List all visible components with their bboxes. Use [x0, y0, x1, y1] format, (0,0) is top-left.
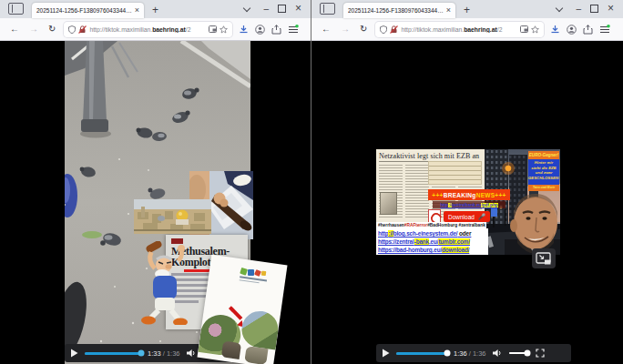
url-bar[interactable]: http://tiktok.maximilian.baehring.at/2: [375, 22, 544, 37]
euro-box-footer: Taten statt Worte: [528, 185, 559, 191]
tab-close-icon[interactable]: ×: [446, 6, 451, 15]
volume-icon[interactable]: [186, 349, 197, 358]
list-tabs-chevron-icon[interactable]: [556, 5, 563, 12]
downloads-icon[interactable]: [239, 25, 249, 35]
minimize-button[interactable]: –: [576, 5, 581, 14]
progress-bar[interactable]: [396, 352, 447, 355]
newspaper-photo: [380, 192, 397, 215]
volume-slider[interactable]: [509, 352, 529, 355]
url-bar[interactable]: http://tiktok.maximilian.baehring.at/2: [64, 22, 232, 37]
cartoon-old-man-overlay: [138, 241, 189, 325]
euro-box-header: EURO-Gegner!: [528, 151, 559, 159]
euro-box-body: Hinter mir steht die EZB und zwar GESCHL…: [528, 159, 559, 185]
volume-icon[interactable]: [492, 349, 503, 358]
share-icon[interactable]: [583, 25, 593, 35]
app-menu-icon[interactable]: [599, 25, 610, 35]
share-icon[interactable]: [271, 25, 281, 35]
progress-knob[interactable]: [138, 350, 145, 357]
reload-button[interactable]: ↻: [360, 25, 367, 34]
download-button-graphic: Download🎤: [444, 211, 490, 222]
tracking-shield-icon[interactable]: [380, 25, 387, 34]
page-actions-icon[interactable]: [209, 25, 217, 33]
new-tab-button[interactable]: +: [464, 5, 470, 15]
brochure-photo-building2: [244, 346, 268, 364]
volume-knob[interactable]: [524, 350, 530, 357]
newspaper-headline: Netzaktivist legt sich mit EZB an: [376, 149, 485, 161]
tab-title: 20251124-1256-F13809760433445835: [36, 7, 132, 14]
jerusalem-postcard-overlay: [134, 199, 211, 234]
progress-bar[interactable]: [85, 352, 141, 355]
page-content-right: Netzaktivist legt sich mit EZB an EURO-G…: [312, 41, 623, 364]
pdf-url-line: http://zentralbank.eu/pdf.php: [433, 201, 506, 208]
firefox-view-icon[interactable]: [320, 3, 335, 15]
url-text: http://tiktok.maximilian.baehring.at/2: [89, 26, 206, 33]
progress-knob[interactable]: [444, 350, 451, 357]
browser-tab[interactable]: 20251124-1256-F13809760433445835 ×: [32, 3, 144, 18]
browser-tab[interactable]: 20251124-1256-F13809760433445835 ×: [343, 3, 455, 18]
reload-button[interactable]: ↻: [48, 25, 56, 34]
fullscreen-icon[interactable]: [536, 349, 545, 358]
insecure-lock-icon[interactable]: [78, 25, 87, 34]
picture-in-picture-button[interactable]: [532, 248, 556, 268]
title-bar: 20251124-1256-F13809760433445835 × + – ×: [312, 0, 623, 18]
breaking-news-banner: +++ BREAKINg NEWS +++: [428, 189, 510, 200]
video-player-news[interactable]: Netzaktivist legt sich mit EZB an EURO-G…: [376, 149, 560, 255]
video-controls-right[interactable]: 1:36 / 1:36: [376, 344, 571, 362]
video-link-1: http://blog.sch-einesystem.de/ oder: [378, 229, 486, 238]
maximize-button[interactable]: [590, 5, 598, 13]
bookmark-star-icon[interactable]: [220, 25, 228, 34]
forward-button[interactable]: →: [29, 25, 38, 34]
play-button[interactable]: [70, 349, 78, 358]
navigation-toolbar: ← → ↻ http://tiktok.maximilian.baehring.…: [312, 18, 623, 41]
brochure-photo-aerial: [240, 308, 281, 349]
minimize-button[interactable]: –: [263, 5, 269, 14]
new-tab-button[interactable]: +: [152, 5, 158, 15]
brochure-logo: [240, 268, 281, 286]
navigation-toolbar: ← → ↻ http://tiktok.maximilian.baehring.…: [0, 18, 311, 41]
brochure-photo-building1: [221, 340, 241, 359]
selfie-man-face: [505, 192, 560, 255]
microphone-icon: 🎤: [478, 213, 485, 220]
video-link-2: https://zentral-bank.eu/tumblr.com/: [378, 238, 486, 246]
video-link-box: http://blog.sch-einesystem.de/ oder http…: [376, 228, 488, 255]
page-content-left: Methusalem- Komplott: [0, 41, 311, 364]
brochure-overlay: [197, 255, 287, 364]
pip-icon: [536, 252, 552, 266]
browser-window-right: 20251124-1256-F13809760433445835 × + – ×…: [312, 0, 623, 364]
title-bar: 20251124-1256-F13809760433445835 × + – ×: [0, 0, 311, 18]
back-button[interactable]: ←: [10, 25, 19, 34]
video-link-3: https://bad-homburg.eu/download/: [378, 246, 486, 254]
hashtag-row: #herrhausen #RAFterror #BadHomburg #zent…: [376, 222, 486, 228]
page-actions-icon[interactable]: [520, 25, 528, 33]
play-button[interactable]: [382, 349, 390, 358]
tab-close-icon[interactable]: ×: [135, 6, 139, 15]
firefox-view-icon[interactable]: [8, 3, 24, 15]
euro-gegner-box: EURO-Gegner! Hinter mir steht die EZB un…: [528, 151, 559, 191]
tracking-shield-icon[interactable]: [68, 25, 76, 34]
url-text: http://tiktok.maximilian.baehring.at/2: [401, 26, 517, 33]
list-tabs-chevron-icon[interactable]: [243, 5, 250, 12]
time-display: 1:36 / 1:36: [454, 349, 485, 358]
time-display: 1:33 / 1:36: [148, 349, 179, 358]
downloads-icon[interactable]: [550, 25, 560, 35]
maximize-button[interactable]: [278, 5, 286, 13]
insecure-lock-icon[interactable]: [390, 25, 398, 34]
window-close-button[interactable]: ×: [295, 3, 301, 14]
newspaper-cheque-figure: [428, 161, 482, 185]
account-icon[interactable]: [567, 25, 577, 35]
tab-title: 20251124-1256-F13809760433445835: [348, 7, 444, 14]
browser-window-left: 20251124-1256-F13809760433445835 × + – ×…: [0, 0, 312, 364]
window-close-button[interactable]: ×: [608, 3, 614, 14]
forward-button[interactable]: →: [341, 25, 350, 34]
app-menu-icon[interactable]: [288, 25, 299, 35]
bookmark-star-icon[interactable]: [531, 25, 539, 34]
back-button[interactable]: ←: [322, 25, 331, 34]
account-icon[interactable]: [255, 25, 265, 35]
